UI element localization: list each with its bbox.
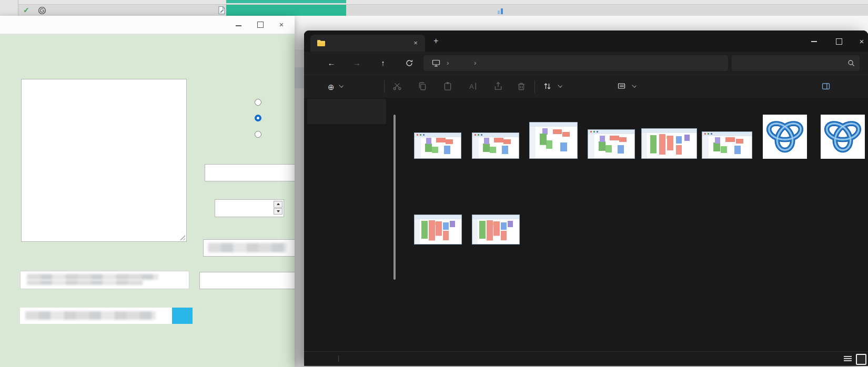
redacted-text xyxy=(25,311,156,320)
sort-button[interactable] xyxy=(543,83,562,90)
redacted-text xyxy=(208,243,287,252)
project-icon xyxy=(38,6,46,15)
file-item[interactable] xyxy=(757,111,813,160)
progress-bar xyxy=(226,5,346,16)
file-item[interactable] xyxy=(699,111,755,160)
view-button[interactable] xyxy=(618,83,636,90)
chevron-down-icon xyxy=(339,83,344,88)
file-explorer-window: × + × ← → ↑ › › xyxy=(304,30,868,365)
folder-content xyxy=(304,98,868,351)
window-maximize-button[interactable] xyxy=(833,36,845,46)
zennoposter-logo-thumbnail[interactable] xyxy=(821,115,865,159)
file-item[interactable] xyxy=(468,193,523,246)
copy-icon[interactable] xyxy=(418,81,428,92)
cut-icon[interactable] xyxy=(392,81,403,92)
radio-circle-icon xyxy=(255,115,261,121)
file-item[interactable] xyxy=(526,111,581,160)
forward-icon[interactable]: → xyxy=(350,57,363,69)
tab-bar: × + × xyxy=(304,30,868,52)
file-thumbnail[interactable] xyxy=(472,132,519,159)
spin-up-icon[interactable] xyxy=(274,201,282,208)
browse-button[interactable] xyxy=(172,308,193,324)
sidebar-selection-backdrop xyxy=(307,99,386,124)
address-bar: ← → ↑ › › xyxy=(304,52,868,75)
file-thumbnail[interactable] xyxy=(414,132,461,159)
chevron-down-icon xyxy=(558,83,562,88)
tab-close-icon[interactable]: × xyxy=(411,39,420,47)
input-parameters-window: × xyxy=(0,16,295,367)
maximize-button[interactable] xyxy=(253,19,268,30)
up-icon[interactable]: ↑ xyxy=(377,57,389,69)
status-divider: | xyxy=(338,354,339,362)
thumbnails-view-icon[interactable] xyxy=(856,354,866,365)
file-item[interactable] xyxy=(583,111,639,160)
file-thumbnail[interactable] xyxy=(472,215,520,244)
minimize-button[interactable] xyxy=(230,19,246,30)
file-item[interactable] xyxy=(641,111,697,160)
chevron-right-icon: › xyxy=(447,59,449,67)
progress-bar-partial xyxy=(226,0,346,3)
file-thumbnail[interactable] xyxy=(529,122,578,159)
search-icon[interactable] xyxy=(847,59,855,67)
file-item[interactable] xyxy=(815,111,868,160)
file-thumbnail[interactable] xyxy=(641,128,697,159)
share-icon[interactable] xyxy=(493,81,504,92)
details-view-icon[interactable] xyxy=(844,355,852,362)
captcha-token-input[interactable] xyxy=(20,271,189,289)
details-pane-button[interactable] xyxy=(822,83,834,90)
format-select[interactable] xyxy=(199,272,295,289)
toolbar: ⊕ A xyxy=(304,75,868,99)
zennoposter-logo-thumbnail[interactable] xyxy=(763,115,807,159)
breadcrumb[interactable]: › › xyxy=(423,55,728,71)
redacted-text xyxy=(27,274,158,280)
success-check-icon: ✓ xyxy=(23,6,29,14)
new-tab-button[interactable]: + xyxy=(433,37,438,45)
radio-circle-icon xyxy=(255,99,261,106)
window-minimize-button[interactable] xyxy=(808,36,820,44)
close-button[interactable]: × xyxy=(274,19,289,30)
desktop: ✓ xyxy=(0,0,868,367)
file-thumbnail[interactable] xyxy=(414,215,462,244)
file-thumbnail[interactable] xyxy=(588,129,635,159)
redacted-text xyxy=(27,280,143,285)
paste-icon[interactable] xyxy=(443,81,453,92)
file-item[interactable] xyxy=(410,111,466,160)
file-thumbnail[interactable] xyxy=(702,131,752,159)
queries-textarea[interactable] xyxy=(21,79,187,242)
how-many-input[interactable] xyxy=(215,199,284,217)
sidebar-scrollbar[interactable] xyxy=(393,115,396,280)
radio-circle-icon xyxy=(255,131,261,138)
delete-icon[interactable] xyxy=(517,81,527,92)
file-item[interactable] xyxy=(468,111,523,160)
status-bar: | xyxy=(304,351,868,366)
spin-down-icon[interactable] xyxy=(274,208,282,215)
window-titlebar[interactable]: × xyxy=(0,16,295,34)
rename-icon[interactable]: A xyxy=(468,81,479,92)
file-item[interactable] xyxy=(410,193,466,246)
refresh-icon[interactable] xyxy=(403,57,416,69)
tab-zennoposter[interactable]: × xyxy=(310,35,425,52)
back-icon[interactable]: ← xyxy=(325,57,338,69)
this-pc-icon[interactable] xyxy=(432,59,440,67)
folder-icon xyxy=(317,39,326,47)
save-path-input[interactable] xyxy=(203,239,295,257)
chevron-right-icon: › xyxy=(474,59,476,67)
task-row[interactable]: ✓ xyxy=(0,4,868,17)
search-box[interactable] xyxy=(732,55,860,71)
create-button[interactable]: ⊕ xyxy=(328,83,343,92)
links-file-input[interactable] xyxy=(205,164,295,181)
window-close-button[interactable]: × xyxy=(855,36,868,47)
svg-text:A: A xyxy=(469,83,474,90)
note-icon[interactable] xyxy=(218,6,226,15)
row-gutter xyxy=(0,0,18,16)
proxy-input[interactable] xyxy=(20,308,172,324)
chevron-down-icon xyxy=(632,83,637,88)
task-list-strip: ✓ xyxy=(0,0,868,16)
number-spinner[interactable] xyxy=(274,201,282,215)
search-input[interactable] xyxy=(737,57,839,66)
